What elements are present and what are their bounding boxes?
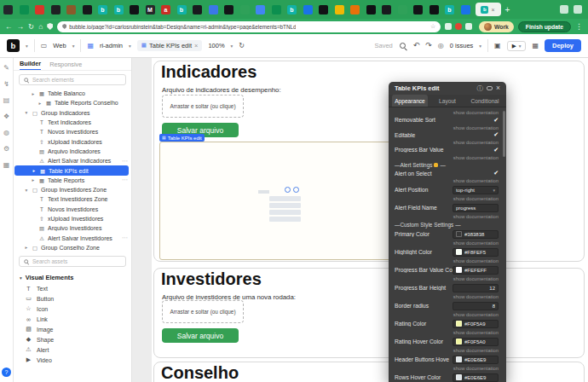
tree-item[interactable]: TNovos investidores (14, 205, 131, 214)
close-icon[interactable]: × (194, 42, 198, 49)
color-swatch[interactable] (456, 267, 462, 273)
tree-item[interactable]: ⇧xUpload Indicadores (14, 136, 131, 146)
preview-button[interactable]: ▶ ▾ (507, 41, 527, 51)
input-field[interactable]: progress (453, 204, 499, 212)
reload-icon[interactable]: ↻ (28, 23, 34, 31)
more-options-icon[interactable]: ⋯ (122, 177, 131, 183)
panel-header[interactable]: Table KPIs edit ⓘ × (389, 82, 506, 95)
browser-tab[interactable] (398, 5, 407, 14)
undo-icon[interactable]: ↶ (413, 42, 420, 49)
asset-item[interactable]: ⚠Alert (14, 344, 131, 355)
show-documentation-link[interactable]: show documentation (395, 109, 499, 116)
show-documentation-link[interactable]: show documentation (395, 177, 499, 184)
section-heading[interactable]: Indicadores (161, 62, 257, 82)
checkbox-checked-icon[interactable]: ✔ (493, 170, 499, 177)
browser-tab[interactable] (240, 5, 250, 14)
comment-icon[interactable] (487, 86, 493, 90)
section-heading[interactable]: Conselho (161, 363, 239, 382)
color-swatch[interactable] (456, 321, 462, 327)
property-editor[interactable]: Table KPIs edit ⓘ × AppearanceLayoutCond… (389, 82, 506, 382)
tree-item[interactable]: ▸▢Group Conselho Zone (14, 243, 131, 252)
asset-item[interactable]: ∞Link (14, 314, 131, 324)
color-swatch[interactable] (456, 339, 462, 344)
close-tab-icon[interactable]: × (491, 7, 494, 13)
input-field[interactable]: 12 (453, 284, 499, 292)
browser-tab[interactable] (382, 5, 391, 14)
show-documentation-link[interactable]: show documentation (395, 347, 499, 354)
browser-tab[interactable]: b (445, 5, 454, 14)
asset-item[interactable]: ◆Shape (14, 334, 131, 344)
tree-item[interactable]: ▸▦Table Reports⋯ (14, 176, 131, 185)
tree-caret-icon[interactable]: ▸ (32, 168, 37, 173)
panel-tab-layout[interactable]: Layout (429, 95, 465, 107)
color-swatch[interactable] (456, 249, 462, 255)
scrollbar-thumb[interactable] (503, 111, 505, 157)
browser-tab[interactable] (3, 5, 13, 14)
group-indicadores[interactable]: Indicadores Arquivo de indicadores de de… (153, 61, 585, 262)
browser-tab[interactable] (130, 5, 139, 14)
show-documentation-link[interactable]: show documentation (395, 213, 499, 220)
closed-tabs-icon[interactable] (574, 5, 582, 14)
more-options-icon[interactable]: ⋯ (122, 158, 131, 165)
browser-tab[interactable] (193, 5, 202, 14)
forward-icon[interactable]: → (17, 23, 25, 31)
device-selector[interactable]: Web (53, 42, 66, 49)
panel-tab-appearance[interactable]: Appearance (392, 95, 428, 107)
browser-tab[interactable] (256, 5, 265, 14)
asset-item[interactable]: ☆Icon (14, 304, 131, 314)
browser-tab[interactable] (461, 5, 470, 14)
browser-menu-icon[interactable]: ⋮ (575, 22, 583, 31)
active-browser-tab[interactable]: b × (476, 3, 501, 16)
section-subtext[interactable]: Arquivo de indicadores de desempenho: (162, 86, 281, 94)
tree-item[interactable]: ⚠Alert Salvar Investidores⋯ (14, 233, 131, 242)
browser-tab[interactable]: b (287, 5, 297, 14)
dropdown[interactable]: top-right▾ (453, 186, 499, 194)
upload-dropzone[interactable]: Arrastar e soltar (ou clique) (162, 95, 244, 118)
input-field[interactable]: #E0E6E9 (453, 356, 499, 364)
browser-tab[interactable] (272, 5, 281, 14)
tree-item[interactable]: ▤Arquivo Indicadores (14, 147, 131, 156)
show-documentation-link[interactable]: show documentation (395, 240, 499, 246)
show-documentation-link[interactable]: show documentation (395, 293, 499, 300)
browser-tab[interactable] (209, 5, 218, 14)
design-icon[interactable]: ✎ (3, 65, 9, 72)
more-options-icon[interactable]: ⋯ (122, 234, 131, 241)
zoom-selector[interactable]: 100% (208, 42, 224, 49)
new-tab-icon[interactable]: + (505, 5, 510, 14)
checkbox-checked-icon[interactable]: ✔ (493, 117, 499, 124)
tree-item[interactable]: ▸▦Table Balanco (14, 89, 131, 98)
page-selector[interactable]: ri-admin (100, 42, 123, 49)
visual-elements-header[interactable]: ▾ Visual Elements (14, 272, 131, 283)
search-elements-input[interactable]: Search elements (19, 74, 126, 85)
browser-tab[interactable] (224, 5, 233, 14)
asset-item[interactable]: ▶Video (14, 355, 131, 365)
profile-chip[interactable]: Work (479, 21, 514, 32)
close-icon[interactable]: × (496, 84, 500, 92)
tree-caret-icon[interactable]: ▸ (37, 101, 43, 106)
browser-tab[interactable] (83, 5, 92, 14)
browser-tab[interactable]: b (98, 5, 107, 14)
color-swatch[interactable] (456, 374, 462, 380)
tree-item[interactable]: ⚠Alert Salvar Indicadores⋯ (14, 156, 131, 165)
element-tab[interactable]: ▦ Table KPIs edit × (137, 40, 203, 51)
plugins-icon[interactable]: ◍ (3, 130, 9, 136)
color-swatch[interactable] (456, 356, 462, 362)
checkbox-checked-icon[interactable]: ✔ (493, 147, 499, 153)
browser-tab[interactable] (335, 5, 344, 14)
tree-item[interactable]: ▾▢Group Indicadores (14, 108, 131, 118)
search-icon[interactable] (399, 42, 407, 50)
preview-device-icon[interactable]: ▣ (494, 43, 501, 49)
tree-caret-icon[interactable]: ▸ (31, 177, 36, 182)
tab-tiling-icon[interactable] (560, 5, 568, 14)
browser-tab[interactable] (20, 5, 29, 14)
refresh-icon[interactable]: ↻ (239, 43, 245, 49)
checkbox-checked-icon[interactable]: ✔ (493, 131, 499, 138)
panel-tab-conditional[interactable]: Conditional (467, 95, 503, 107)
tab-responsive[interactable]: Responsive (49, 61, 82, 70)
extension-icon[interactable] (455, 23, 462, 30)
help-button[interactable]: ? (2, 368, 11, 377)
browser-tab[interactable] (303, 5, 313, 14)
asset-item[interactable]: ▭Button (14, 293, 131, 304)
deploy-button[interactable]: Deploy (545, 39, 581, 52)
search-assets-input[interactable]: Search assets (19, 256, 126, 267)
